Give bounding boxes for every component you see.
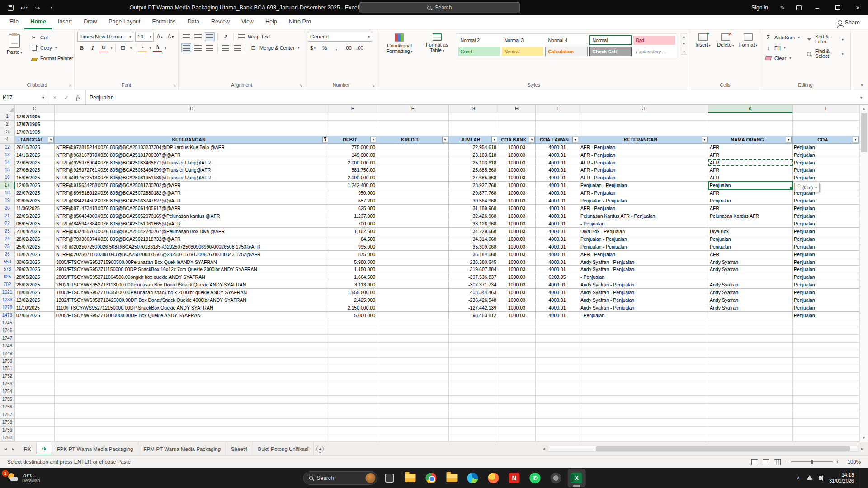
cell-L1760[interactable] (793, 434, 859, 442)
cell-I702[interactable]: 4000.01 (536, 281, 579, 289)
cell-I1746[interactable] (536, 327, 579, 335)
cell-C1755[interactable] (15, 396, 55, 404)
filter-dropdown-button[interactable]: ▾ (48, 136, 54, 142)
cell-J21[interactable]: Pelunasan Kardus AFR - Penjualan (579, 212, 708, 220)
cell-F1760[interactable] (377, 434, 449, 442)
cell-F21[interactable] (377, 212, 449, 220)
cell-C1021[interactable]: 18/08/2025 (15, 289, 55, 296)
cell-K25[interactable]: Penjualan (708, 243, 793, 251)
cell-E1751[interactable] (329, 365, 377, 373)
cell-D1755[interactable] (55, 396, 329, 404)
cell-K1278[interactable]: Andy Syafran (708, 304, 793, 312)
cell-L1752[interactable] (793, 373, 859, 380)
cell-F1747[interactable] (377, 335, 449, 343)
row-header-19[interactable]: 19 (0, 197, 15, 205)
cell-F1758[interactable] (377, 419, 449, 427)
cell-C24[interactable]: 28/02/2025 (15, 235, 55, 243)
cell-K1473[interactable] (708, 312, 793, 319)
cell-E1233[interactable]: 2.425.000 (329, 296, 377, 304)
cell-K15[interactable]: AFR (708, 166, 793, 174)
cell-H13[interactable]: 1000.03 (498, 151, 536, 159)
scroll-left-button[interactable]: ◄ (540, 445, 548, 453)
cell-D1750[interactable] (55, 358, 329, 366)
cell-E1[interactable] (329, 113, 377, 121)
cell-C1748[interactable] (15, 343, 55, 350)
cell-J20[interactable]: AFR - Penjualan (579, 205, 708, 212)
cell-L12[interactable]: Penjualan (793, 144, 859, 151)
cell-G1753[interactable] (449, 380, 498, 388)
cell-H16[interactable]: 1000.03 (498, 174, 536, 182)
cell-H1750[interactable] (498, 358, 536, 366)
cell-G25[interactable]: 35.309.068 (449, 243, 498, 251)
cell-E2[interactable] (329, 121, 377, 128)
cell-F1751[interactable] (377, 365, 449, 373)
cell-I2[interactable] (536, 121, 579, 128)
delete-cells-button[interactable]: Delete▾ (716, 32, 736, 50)
cell-D1746[interactable] (55, 327, 329, 335)
cell-J1750[interactable] (579, 358, 708, 366)
cell-L1754[interactable] (793, 388, 859, 396)
cell-L2[interactable] (793, 121, 859, 128)
style-chip-neutral[interactable]: Neutral (501, 47, 544, 56)
scroll-up-button[interactable]: ▲ (860, 105, 868, 113)
cell-L26[interactable]: Penjualan (793, 251, 859, 258)
taskbar-app-photos[interactable] (547, 469, 565, 487)
office-search-box[interactable]: Search (359, 2, 520, 13)
cell-E14[interactable]: 2.000.000.00 (329, 159, 377, 167)
cell-K1748[interactable] (708, 343, 793, 350)
cell-K1747[interactable] (708, 335, 793, 343)
cell-J25[interactable]: Penjualan - Penjualan (579, 243, 708, 251)
header-cell-tanggal[interactable]: TANGGAL▾ (15, 136, 55, 144)
cell-H1233[interactable]: 1000.03 (498, 296, 536, 304)
clock[interactable]: 14:18 31/01/2026 (829, 472, 854, 484)
cell-I17[interactable]: 4000.01 (536, 182, 579, 189)
cell-E625[interactable]: 1.664.500 (329, 273, 377, 281)
row-header-1757[interactable]: 1757 (0, 411, 15, 419)
cell-F1021[interactable] (377, 289, 449, 296)
cell-F1750[interactable] (377, 358, 449, 366)
cell-G20[interactable]: 31.189.968 (449, 205, 498, 212)
ribbon-tab-nitro-pro[interactable]: Nitro Pro (283, 15, 317, 29)
cell-H1755[interactable] (498, 396, 536, 404)
previous-sheet-button[interactable]: ◄ (4, 447, 8, 451)
cell-H1760[interactable] (498, 434, 536, 442)
accounting-format-button[interactable]: $▾ (308, 43, 318, 52)
cell-F1278[interactable] (377, 304, 449, 312)
cell-H1749[interactable] (498, 350, 536, 358)
cell-J1745[interactable] (579, 319, 708, 327)
cell-D26[interactable]: NTRF@2025071500388 043@BCA25070087560 @2… (55, 251, 329, 258)
hidden-icons-chevron[interactable]: ∧ (797, 475, 800, 481)
insert-function-button[interactable]: fx (73, 92, 84, 103)
sheet-tab-bukti-potong-unifikasi[interactable]: Bukti Potong Unifikasi (253, 442, 314, 455)
cell-J14[interactable]: AFR - Penjualan (579, 159, 708, 167)
cut-button[interactable]: ✂Cut (29, 33, 75, 42)
cell-G22[interactable]: 33.126.968 (449, 220, 498, 228)
cell-J26[interactable]: AFR - Penjualan (579, 251, 708, 258)
zoom-thumb[interactable] (811, 460, 813, 464)
cell-F1755[interactable] (377, 396, 449, 404)
column-header-F[interactable]: F (377, 105, 449, 113)
cell-G1473[interactable]: -98.453.812 (449, 312, 498, 319)
cell-D2[interactable] (55, 121, 329, 128)
cell-I1760[interactable] (536, 434, 579, 442)
header-cell-keterangan[interactable]: KETERANGAN (55, 136, 329, 144)
cell-D702[interactable]: 2602/FTSCY/WS952713113000.00Pelunasan Bo… (55, 281, 329, 289)
cell-I1752[interactable] (536, 373, 579, 380)
row-header-702[interactable]: 702 (0, 281, 15, 289)
cell-F1753[interactable] (377, 380, 449, 388)
ribbon-tab-file[interactable]: File (4, 15, 24, 29)
filter-dropdown-button[interactable]: ▾ (529, 136, 535, 142)
sheet-tab-sheet4[interactable]: Sheet4 (226, 442, 253, 455)
cell-F18[interactable] (377, 189, 449, 197)
cell-K21[interactable]: Pelunasan Kardus AFR (708, 212, 793, 220)
page-layout-view-button[interactable] (763, 459, 769, 465)
fill-button[interactable]: ↓Fill▾ (763, 43, 801, 52)
cell-C1233[interactable]: 13/02/2025 (15, 296, 55, 304)
column-header-E[interactable]: E (329, 105, 377, 113)
cell-E1755[interactable] (329, 396, 377, 404)
insert-cells-button[interactable]: Insert▾ (693, 32, 713, 50)
vertical-scrollbar[interactable]: ▲ ▼ (859, 105, 868, 442)
row-header-22[interactable]: 22 (0, 220, 15, 228)
cell-K1749[interactable] (708, 350, 793, 358)
cell-J3[interactable] (579, 128, 708, 136)
